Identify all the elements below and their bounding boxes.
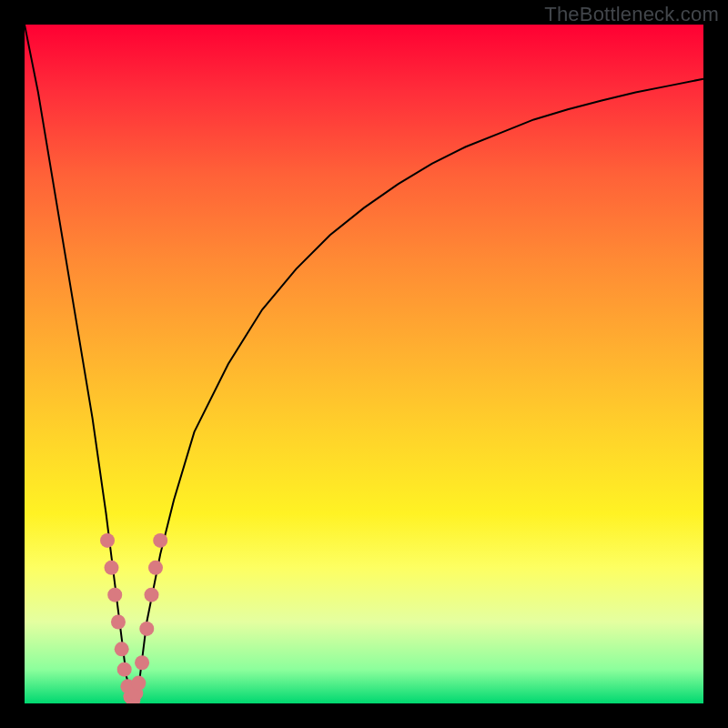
bottleneck-curve — [25, 25, 703, 703]
curve-dot — [117, 662, 132, 677]
curve-dot — [115, 642, 129, 656]
curve-dot — [100, 533, 115, 548]
curve-dot — [135, 655, 149, 670]
curve-dot — [104, 561, 118, 575]
curve-dot — [145, 588, 159, 602]
curve-dots — [100, 533, 167, 703]
curve-dot — [107, 588, 122, 602]
curve-dot — [148, 561, 163, 575]
curve-dot — [153, 533, 167, 548]
watermark-text: TheBottleneck.com — [544, 3, 719, 26]
curve-dot — [131, 676, 146, 691]
curve-dot — [139, 622, 154, 636]
curve-dot — [111, 614, 126, 629]
chart-frame: TheBottleneck.com — [0, 0, 728, 728]
plot-area — [25, 25, 703, 703]
bottleneck-curve-svg — [25, 25, 703, 703]
